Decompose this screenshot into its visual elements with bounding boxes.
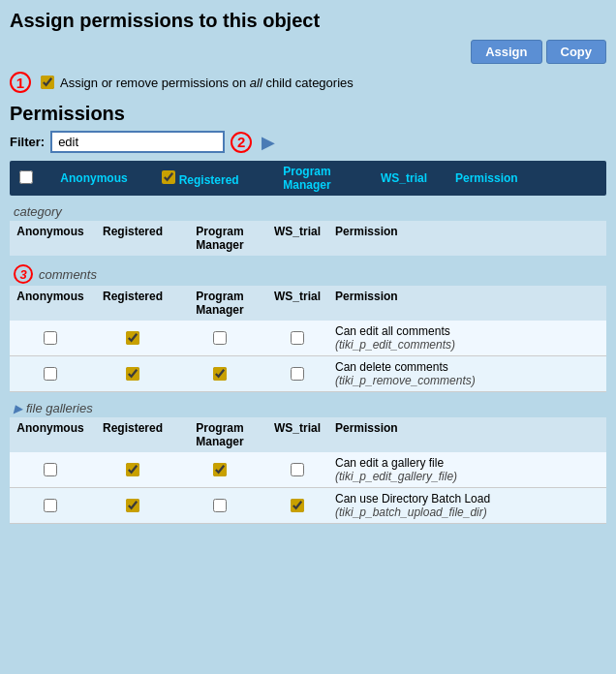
header-program-manager: ProgramManager xyxy=(254,165,360,192)
checkbox-program_manager-1-0[interactable] xyxy=(213,331,227,345)
checkbox-program_manager-1-1[interactable] xyxy=(213,367,227,381)
checkbox-registered-1-0[interactable] xyxy=(126,331,139,345)
header-permission: Permission xyxy=(447,171,604,185)
sub-header-col-1-3: WS_trial xyxy=(263,290,331,317)
permissions-header: Anonymous Registered ProgramManager WS_t… xyxy=(10,161,606,196)
category-section-0: categoryAnonymousRegisteredProgramManage… xyxy=(10,201,606,256)
checkbox-ws_trial-1-0[interactable] xyxy=(291,331,304,345)
header-registered: Registered xyxy=(147,170,254,187)
perm-cell-registered-2-1 xyxy=(89,499,176,512)
sub-header-col-0-3: WS_trial xyxy=(263,225,331,252)
perm-cell-program_manager-2-1 xyxy=(176,499,263,512)
perm-row-2-1: Can use Directory Batch Load(tiki_p_batc… xyxy=(10,488,606,524)
header-checkbox-col[interactable] xyxy=(12,170,41,187)
checkbox-anon-2-0[interactable] xyxy=(44,463,57,476)
sub-header-col-2-2: ProgramManager xyxy=(176,421,263,448)
perm-row-2-0: Can edit a gallery file(tiki_p_edit_gall… xyxy=(10,452,606,488)
sub-header-col-1-2: ProgramManager xyxy=(176,290,263,317)
perm-cell-ws_trial-2-0 xyxy=(263,463,331,476)
page-title: Assign permissions to this object xyxy=(10,10,606,32)
filter-arrow-icon[interactable]: ▶ xyxy=(262,132,275,153)
perm-cell-anon-2-1 xyxy=(12,499,89,512)
assign-button[interactable]: Assign xyxy=(471,40,541,64)
category-section-1: 3commentsAnonymousRegisteredProgramManag… xyxy=(10,261,606,392)
sub-header-0: AnonymousRegisteredProgramManagerWS_tria… xyxy=(10,221,606,256)
perm-cell-program_manager-2-0 xyxy=(176,463,263,476)
checkbox-ws_trial-2-1[interactable] xyxy=(291,499,304,512)
permissions-title: Permissions xyxy=(10,103,606,125)
child-categories-checkbox[interactable] xyxy=(41,76,54,89)
perm-cell-ws_trial-1-0 xyxy=(263,331,331,345)
perm-text-2-1: Can use Directory Batch Load(tiki_p_batc… xyxy=(331,492,604,519)
perm-row-1-0: Can edit all comments(tiki_p_edit_commen… xyxy=(10,321,606,356)
sub-header-col-0-1: Registered xyxy=(89,225,176,252)
sub-header-col-2-0: Anonymous xyxy=(12,421,89,448)
perm-text-1-0: Can edit all comments(tiki_p_edit_commen… xyxy=(331,324,604,352)
perm-cell-program_manager-1-0 xyxy=(176,331,263,345)
perm-cell-ws_trial-2-1 xyxy=(263,499,331,512)
category-label-0: category xyxy=(10,201,606,219)
sub-header-col-1-4: Permission xyxy=(331,290,604,317)
checkbox-anon-1-0[interactable] xyxy=(44,331,57,345)
sub-header-col-1-1: Registered xyxy=(89,290,176,317)
copy-button[interactable]: Copy xyxy=(546,40,607,64)
sub-header-col-0-2: ProgramManager xyxy=(176,225,263,252)
sub-header-2: AnonymousRegisteredProgramManagerWS_tria… xyxy=(10,417,606,452)
checkbox-ws_trial-2-0[interactable] xyxy=(291,463,304,476)
filter-input[interactable] xyxy=(50,131,225,153)
categories-container: categoryAnonymousRegisteredProgramManage… xyxy=(10,201,606,524)
category-section-2: ▶ file galleriesAnonymousRegisteredProgr… xyxy=(10,398,606,524)
checkbox-registered-2-0[interactable] xyxy=(126,463,139,476)
checkbox-program_manager-2-0[interactable] xyxy=(213,463,227,476)
filter-label: Filter: xyxy=(10,135,45,149)
checkbox-ws_trial-1-1[interactable] xyxy=(291,367,304,381)
perm-cell-anon-2-0 xyxy=(12,463,89,476)
perm-cell-program_manager-1-1 xyxy=(176,367,263,381)
perm-cell-registered-1-1 xyxy=(89,367,176,381)
perm-text-1-1: Can delete comments(tiki_p_remove_commen… xyxy=(331,360,604,387)
header-anon-checkbox[interactable] xyxy=(19,170,33,184)
perm-cell-registered-2-0 xyxy=(89,463,176,476)
perm-cell-registered-1-0 xyxy=(89,331,176,345)
header-anon: Anonymous xyxy=(41,171,147,185)
checkbox-program_manager-2-1[interactable] xyxy=(213,499,227,512)
perm-cell-ws_trial-1-1 xyxy=(263,367,331,381)
sub-header-col-2-4: Permission xyxy=(331,421,604,448)
perm-cell-anon-1-1 xyxy=(12,367,89,381)
sub-header-col-0-4: Permission xyxy=(331,225,604,252)
child-categories-label: Assign or remove permissions on all chil… xyxy=(60,76,354,90)
perm-text-2-0: Can edit a gallery file(tiki_p_edit_gall… xyxy=(331,456,604,483)
sub-header-col-2-3: WS_trial xyxy=(263,421,331,448)
sub-header-col-1-0: Anonymous xyxy=(12,290,89,317)
checkbox-anon-2-1[interactable] xyxy=(44,499,57,512)
perm-cell-anon-1-0 xyxy=(12,331,89,345)
category-label-2: ▶ file galleries xyxy=(10,398,606,415)
annotation-3: 3 xyxy=(14,264,33,284)
category-label-1: 3comments xyxy=(10,261,606,284)
header-registered-checkbox[interactable] xyxy=(162,170,175,184)
checkbox-anon-1-1[interactable] xyxy=(44,367,57,381)
sub-header-1: AnonymousRegisteredProgramManagerWS_tria… xyxy=(10,286,606,321)
sub-header-col-0-0: Anonymous xyxy=(12,225,89,252)
header-ws-trial: WS_trial xyxy=(360,171,447,185)
perm-row-1-1: Can delete comments(tiki_p_remove_commen… xyxy=(10,356,606,392)
sub-header-col-2-1: Registered xyxy=(89,421,176,448)
annotation-2: 2 xyxy=(231,132,252,153)
checkbox-registered-1-1[interactable] xyxy=(126,367,139,381)
checkbox-registered-2-1[interactable] xyxy=(126,499,139,512)
annotation-1: 1 xyxy=(10,72,31,93)
